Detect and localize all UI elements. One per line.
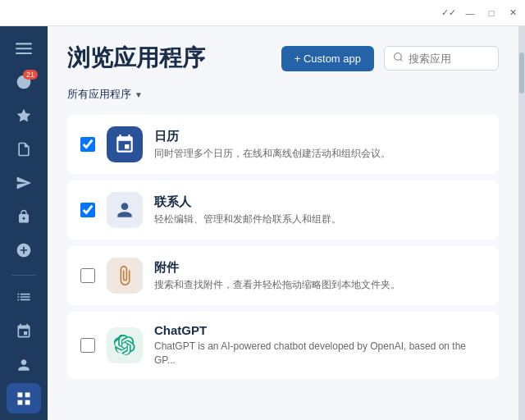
page-title: 浏览应用程序 bbox=[67, 43, 205, 74]
attachment-app-info: 附件 搜索和查找附件，查看并轻松拖动缩略图到本地文件夹。 bbox=[154, 260, 486, 292]
sidebar: 21 bbox=[0, 26, 48, 420]
list-item: ChatGPT ChatGPT is an AI-powered chatbot… bbox=[67, 312, 499, 379]
scroll-thumb bbox=[519, 52, 524, 94]
filter-label-text: 所有应用程序 bbox=[67, 87, 131, 102]
svg-point-4 bbox=[395, 53, 402, 61]
chatgpt-app-name: ChatGPT bbox=[154, 323, 486, 337]
sidebar-item-menu[interactable] bbox=[7, 33, 41, 63]
sidebar-item-add[interactable] bbox=[7, 235, 41, 265]
header-right: + Custom app bbox=[281, 46, 499, 71]
calendar-app-icon bbox=[107, 126, 143, 162]
list-item: 联系人 轻松编辑、管理和发邮件给联系人和组群。 bbox=[67, 180, 499, 240]
close-button[interactable]: ✕ bbox=[507, 7, 518, 19]
filter-arrow-icon: ▼ bbox=[135, 90, 143, 99]
attachment-app-desc: 搜索和查找附件，查看并轻松拖动缩略图到本地文件夹。 bbox=[154, 278, 486, 292]
sidebar-item-send[interactable] bbox=[7, 167, 41, 198]
chatgpt-app-info: ChatGPT ChatGPT is an AI-powered chatbot… bbox=[154, 323, 486, 368]
sidebar-item-grid[interactable] bbox=[7, 383, 41, 413]
calendar-app-info: 日历 同时管理多个日历，在线和离线创建活动和组织会议。 bbox=[154, 129, 486, 161]
attachment-app-name: 附件 bbox=[154, 260, 486, 276]
title-bar: ✓✓ — □ ✕ bbox=[0, 0, 525, 26]
content-header: 浏览应用程序 + Custom app bbox=[48, 26, 518, 84]
sidebar-item-calendar[interactable] bbox=[7, 316, 41, 346]
sidebar-item-lock[interactable] bbox=[7, 201, 41, 231]
list-item: 日历 同时管理多个日历，在线和离线创建活动和组织会议。 bbox=[67, 115, 499, 174]
app-list: 日历 同时管理多个日历，在线和离线创建活动和组织会议。 联系人 轻松编辑、管理和… bbox=[48, 115, 518, 386]
svg-rect-1 bbox=[16, 48, 32, 49]
main-content: 浏览应用程序 + Custom app 所有应用程序 ▼ bbox=[48, 26, 518, 420]
maximize-button[interactable]: □ bbox=[486, 7, 497, 19]
app-container: 21 bbox=[0, 26, 525, 420]
chatgpt-app-desc: ChatGPT is an AI-powered chatbot develop… bbox=[154, 340, 486, 368]
svg-rect-0 bbox=[16, 43, 32, 44]
attachment-checkbox[interactable] bbox=[80, 268, 95, 283]
scrollbar[interactable] bbox=[518, 26, 525, 420]
attachment-app-icon bbox=[107, 258, 143, 294]
sidebar-item-list[interactable] bbox=[7, 282, 41, 313]
search-input[interactable] bbox=[409, 52, 490, 65]
minimize-button[interactable]: — bbox=[464, 7, 476, 19]
contacts-checkbox[interactable] bbox=[80, 203, 95, 217]
calendar-app-desc: 同时管理多个日历，在线和离线创建活动和组织会议。 bbox=[154, 147, 486, 161]
calendar-app-name: 日历 bbox=[154, 129, 486, 144]
chatgpt-checkbox[interactable] bbox=[80, 338, 95, 353]
contacts-app-icon bbox=[107, 192, 143, 228]
search-box bbox=[384, 46, 499, 71]
contacts-app-desc: 轻松编辑、管理和发邮件给联系人和组群。 bbox=[154, 212, 486, 226]
sidebar-item-files[interactable] bbox=[7, 134, 41, 164]
contacts-app-info: 联系人 轻松编辑、管理和发邮件给联系人和组群。 bbox=[154, 194, 486, 226]
search-icon bbox=[393, 52, 404, 65]
double-check-icon: ✓✓ bbox=[443, 7, 454, 19]
filter-bar: 所有应用程序 ▼ bbox=[48, 84, 518, 115]
sidebar-item-notifications[interactable]: 21 bbox=[7, 66, 41, 97]
list-item: 附件 搜索和查找附件，查看并轻松拖动缩略图到本地文件夹。 bbox=[67, 246, 499, 305]
sidebar-item-person[interactable] bbox=[7, 349, 41, 380]
sidebar-item-starred[interactable] bbox=[7, 100, 41, 130]
contacts-app-name: 联系人 bbox=[154, 194, 486, 210]
custom-app-button[interactable]: + Custom app bbox=[281, 46, 374, 71]
filter-dropdown[interactable]: 所有应用程序 ▼ bbox=[67, 87, 143, 102]
sidebar-divider bbox=[11, 275, 36, 276]
svg-rect-2 bbox=[16, 52, 32, 54]
notification-badge: 21 bbox=[23, 70, 38, 80]
chatgpt-app-icon bbox=[107, 327, 143, 363]
calendar-checkbox[interactable] bbox=[80, 137, 95, 152]
